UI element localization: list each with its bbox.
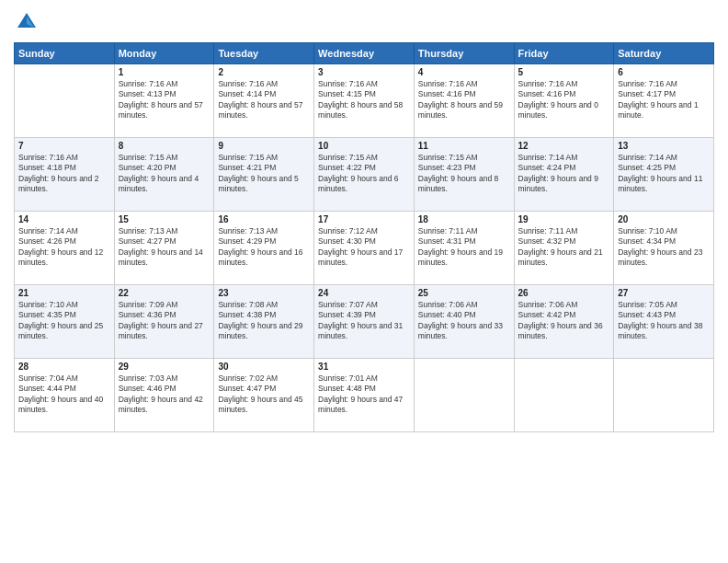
day-number: 8 bbox=[119, 141, 210, 151]
cell-content: Sunrise: 7:14 AMSunset: 4:25 PMDaylight:… bbox=[618, 153, 710, 195]
page: SundayMondayTuesdayWednesdayThursdayFrid… bbox=[0, 0, 728, 563]
calendar-cell: 25 Sunrise: 7:06 AMSunset: 4:40 PMDaylig… bbox=[414, 285, 514, 359]
logo bbox=[14, 9, 43, 35]
logo-icon bbox=[14, 9, 40, 35]
day-header-friday: Friday bbox=[514, 43, 614, 64]
day-number: 27 bbox=[618, 288, 710, 298]
calendar-cell: 31 Sunrise: 7:01 AMSunset: 4:48 PMDaylig… bbox=[314, 359, 415, 432]
header-row: SundayMondayTuesdayWednesdayThursdayFrid… bbox=[15, 43, 714, 64]
day-number: 4 bbox=[418, 67, 510, 77]
week-row-2: 7 Sunrise: 7:16 AMSunset: 4:18 PMDayligh… bbox=[15, 138, 714, 212]
day-number: 26 bbox=[518, 288, 610, 298]
calendar-cell bbox=[514, 359, 614, 432]
day-number: 19 bbox=[518, 214, 610, 224]
cell-content: Sunrise: 7:15 AMSunset: 4:22 PMDaylight:… bbox=[318, 153, 410, 195]
cell-content: Sunrise: 7:06 AMSunset: 4:40 PMDaylight:… bbox=[418, 300, 510, 342]
day-number: 31 bbox=[318, 362, 410, 372]
cell-content: Sunrise: 7:15 AMSunset: 4:20 PMDaylight:… bbox=[119, 153, 210, 195]
calendar-cell: 11 Sunrise: 7:15 AMSunset: 4:23 PMDaylig… bbox=[414, 138, 514, 212]
day-number: 1 bbox=[119, 67, 210, 77]
cell-content: Sunrise: 7:11 AMSunset: 4:31 PMDaylight:… bbox=[418, 226, 510, 269]
day-header-monday: Monday bbox=[114, 43, 214, 64]
day-header-sunday: Sunday bbox=[15, 43, 115, 64]
day-number: 3 bbox=[318, 67, 410, 77]
day-number: 14 bbox=[18, 214, 110, 224]
day-number: 22 bbox=[119, 288, 210, 298]
calendar-cell: 6 Sunrise: 7:16 AMSunset: 4:17 PMDayligh… bbox=[614, 64, 714, 138]
calendar-cell: 14 Sunrise: 7:14 AMSunset: 4:26 PMDaylig… bbox=[15, 212, 115, 285]
day-number: 23 bbox=[218, 288, 310, 298]
cell-content: Sunrise: 7:11 AMSunset: 4:32 PMDaylight:… bbox=[518, 226, 610, 269]
calendar-cell: 7 Sunrise: 7:16 AMSunset: 4:18 PMDayligh… bbox=[15, 138, 115, 212]
cell-content: Sunrise: 7:16 AMSunset: 4:13 PMDaylight:… bbox=[119, 79, 210, 121]
calendar-cell: 19 Sunrise: 7:11 AMSunset: 4:32 PMDaylig… bbox=[514, 212, 614, 285]
day-header-saturday: Saturday bbox=[614, 43, 714, 64]
cell-content: Sunrise: 7:16 AMSunset: 4:14 PMDaylight:… bbox=[218, 79, 310, 121]
cell-content: Sunrise: 7:16 AMSunset: 4:16 PMDaylight:… bbox=[518, 79, 610, 121]
day-number: 21 bbox=[18, 288, 110, 298]
calendar-cell: 30 Sunrise: 7:02 AMSunset: 4:47 PMDaylig… bbox=[214, 359, 314, 432]
cell-content: Sunrise: 7:05 AMSunset: 4:43 PMDaylight:… bbox=[618, 300, 710, 342]
day-number: 11 bbox=[418, 141, 510, 151]
calendar-cell: 26 Sunrise: 7:06 AMSunset: 4:42 PMDaylig… bbox=[514, 285, 614, 359]
cell-content: Sunrise: 7:01 AMSunset: 4:48 PMDaylight:… bbox=[318, 373, 410, 416]
day-number: 5 bbox=[518, 67, 610, 77]
cell-content: Sunrise: 7:16 AMSunset: 4:15 PMDaylight:… bbox=[318, 79, 410, 121]
day-number: 7 bbox=[18, 141, 110, 151]
week-row-4: 21 Sunrise: 7:10 AMSunset: 4:35 PMDaylig… bbox=[15, 285, 714, 359]
calendar-cell: 22 Sunrise: 7:09 AMSunset: 4:36 PMDaylig… bbox=[114, 285, 214, 359]
day-number: 2 bbox=[218, 67, 310, 77]
cell-content: Sunrise: 7:13 AMSunset: 4:27 PMDaylight:… bbox=[119, 226, 210, 269]
cell-content: Sunrise: 7:02 AMSunset: 4:47 PMDaylight:… bbox=[218, 373, 310, 416]
day-number: 28 bbox=[18, 362, 110, 372]
calendar-cell: 29 Sunrise: 7:03 AMSunset: 4:46 PMDaylig… bbox=[114, 359, 214, 432]
cell-content: Sunrise: 7:12 AMSunset: 4:30 PMDaylight:… bbox=[318, 226, 410, 269]
day-number: 29 bbox=[119, 362, 210, 372]
day-number: 20 bbox=[618, 214, 710, 224]
cell-content: Sunrise: 7:07 AMSunset: 4:39 PMDaylight:… bbox=[318, 300, 410, 342]
cell-content: Sunrise: 7:08 AMSunset: 4:38 PMDaylight:… bbox=[218, 300, 310, 342]
week-row-5: 28 Sunrise: 7:04 AMSunset: 4:44 PMDaylig… bbox=[15, 359, 714, 432]
calendar-cell: 15 Sunrise: 7:13 AMSunset: 4:27 PMDaylig… bbox=[114, 212, 214, 285]
calendar-cell: 4 Sunrise: 7:16 AMSunset: 4:16 PMDayligh… bbox=[414, 64, 514, 138]
calendar-cell: 5 Sunrise: 7:16 AMSunset: 4:16 PMDayligh… bbox=[514, 64, 614, 138]
calendar-cell: 20 Sunrise: 7:10 AMSunset: 4:34 PMDaylig… bbox=[614, 212, 714, 285]
calendar-cell: 16 Sunrise: 7:13 AMSunset: 4:29 PMDaylig… bbox=[214, 212, 314, 285]
cell-content: Sunrise: 7:03 AMSunset: 4:46 PMDaylight:… bbox=[119, 373, 210, 416]
calendar-cell: 27 Sunrise: 7:05 AMSunset: 4:43 PMDaylig… bbox=[614, 285, 714, 359]
week-row-1: 1 Sunrise: 7:16 AMSunset: 4:13 PMDayligh… bbox=[15, 64, 714, 138]
day-number: 18 bbox=[418, 214, 510, 224]
calendar-cell: 13 Sunrise: 7:14 AMSunset: 4:25 PMDaylig… bbox=[614, 138, 714, 212]
calendar-cell: 8 Sunrise: 7:15 AMSunset: 4:20 PMDayligh… bbox=[114, 138, 214, 212]
calendar-cell: 23 Sunrise: 7:08 AMSunset: 4:38 PMDaylig… bbox=[214, 285, 314, 359]
cell-content: Sunrise: 7:10 AMSunset: 4:35 PMDaylight:… bbox=[18, 300, 110, 342]
day-number: 25 bbox=[418, 288, 510, 298]
header bbox=[14, 9, 714, 35]
week-row-3: 14 Sunrise: 7:14 AMSunset: 4:26 PMDaylig… bbox=[15, 212, 714, 285]
day-header-wednesday: Wednesday bbox=[314, 43, 415, 64]
day-number: 24 bbox=[318, 288, 410, 298]
cell-content: Sunrise: 7:14 AMSunset: 4:26 PMDaylight:… bbox=[18, 226, 110, 269]
day-number: 17 bbox=[318, 214, 410, 224]
calendar-cell: 3 Sunrise: 7:16 AMSunset: 4:15 PMDayligh… bbox=[314, 64, 415, 138]
day-number: 16 bbox=[218, 214, 310, 224]
calendar-cell: 18 Sunrise: 7:11 AMSunset: 4:31 PMDaylig… bbox=[414, 212, 514, 285]
cell-content: Sunrise: 7:16 AMSunset: 4:18 PMDaylight:… bbox=[18, 153, 110, 195]
cell-content: Sunrise: 7:10 AMSunset: 4:34 PMDaylight:… bbox=[618, 226, 710, 269]
day-header-tuesday: Tuesday bbox=[214, 43, 314, 64]
cell-content: Sunrise: 7:06 AMSunset: 4:42 PMDaylight:… bbox=[518, 300, 610, 342]
calendar-table: SundayMondayTuesdayWednesdayThursdayFrid… bbox=[14, 42, 714, 432]
calendar-cell: 2 Sunrise: 7:16 AMSunset: 4:14 PMDayligh… bbox=[214, 64, 314, 138]
cell-content: Sunrise: 7:14 AMSunset: 4:24 PMDaylight:… bbox=[518, 153, 610, 195]
day-number: 30 bbox=[218, 362, 310, 372]
calendar-cell bbox=[614, 359, 714, 432]
calendar-cell: 24 Sunrise: 7:07 AMSunset: 4:39 PMDaylig… bbox=[314, 285, 415, 359]
calendar-cell: 17 Sunrise: 7:12 AMSunset: 4:30 PMDaylig… bbox=[314, 212, 415, 285]
day-number: 10 bbox=[318, 141, 410, 151]
calendar-cell: 28 Sunrise: 7:04 AMSunset: 4:44 PMDaylig… bbox=[15, 359, 115, 432]
calendar-cell: 10 Sunrise: 7:15 AMSunset: 4:22 PMDaylig… bbox=[314, 138, 415, 212]
day-number: 9 bbox=[218, 141, 310, 151]
cell-content: Sunrise: 7:15 AMSunset: 4:21 PMDaylight:… bbox=[218, 153, 310, 195]
day-number: 6 bbox=[618, 67, 710, 77]
calendar-cell bbox=[414, 359, 514, 432]
